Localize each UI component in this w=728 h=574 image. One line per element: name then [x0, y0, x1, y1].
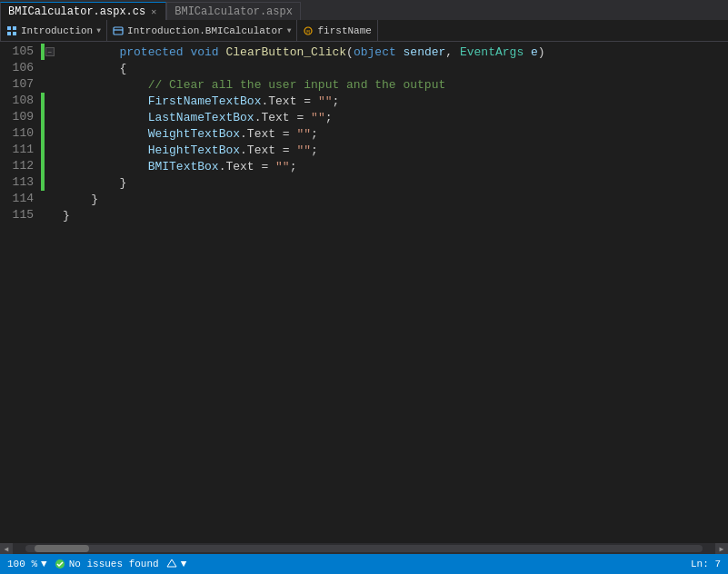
indent-token [63, 160, 148, 173]
indent-token [63, 45, 119, 59]
indent-token [63, 193, 91, 206]
tab-bmicalculator-cs[interactable]: BMICalculator.aspx.cs ✕ [0, 2, 166, 20]
kw-token: void [190, 45, 218, 59]
plain-token: .Text = [254, 111, 311, 124]
code-line: protected void ClearButton_Click(object … [63, 44, 728, 60]
tab-close-icon[interactable]: ✕ [149, 6, 158, 17]
gutter-line [41, 158, 59, 174]
breadcrumb-class-dropdown-icon: ▼ [287, 26, 292, 35]
svg-rect-2 [7, 32, 11, 35]
gutter-line [41, 93, 59, 109]
breadcrumb-bar: Introduction ▼ Introduction.BMICalculato… [0, 20, 728, 42]
param-token: WeightTextBox [148, 127, 240, 141]
line-number: 113 [0, 174, 34, 191]
plain-token: , [445, 45, 460, 59]
line-number: 109 [0, 109, 34, 125]
plain-token: ; [325, 111, 333, 124]
indent-token [63, 127, 148, 141]
svg-rect-0 [7, 26, 11, 30]
breadcrumb-class[interactable]: Introduction.BMICalculator ▼ [107, 20, 297, 42]
line-number: 106 [0, 60, 34, 76]
scrollbar-thumb[interactable] [35, 545, 89, 552]
change-indicator [41, 125, 45, 142]
change-indicator [41, 142, 45, 158]
zoom-control[interactable]: 100 % ▼ [7, 559, 47, 569]
code-content[interactable]: protected void ClearButton_Click(object … [59, 42, 728, 543]
plain-token [184, 45, 191, 59]
plain-token: .Text = [240, 127, 296, 141]
plain-token: } [91, 193, 98, 206]
plain-token: } [119, 176, 126, 190]
param-token: BMITextBox [148, 160, 219, 173]
line-number: 112 [0, 158, 34, 174]
code-line: // Clear all the user input and the outp… [63, 76, 728, 93]
svg-text:M: M [307, 29, 311, 35]
change-indicator [41, 93, 45, 109]
param-token: e [531, 45, 538, 59]
svg-rect-4 [114, 27, 123, 35]
param-token: FirstNameTextBox [148, 94, 262, 108]
status-right: Ln: 7 [691, 559, 721, 569]
indent-token [63, 144, 148, 157]
tab-bmicalculator-aspx[interactable]: BMICalculator.aspx [166, 2, 301, 20]
line-number: 107 [0, 76, 34, 93]
gutter-line: − [41, 44, 59, 60]
plain-token [524, 45, 531, 59]
code-line: WeightTextBox.Text = ""; [63, 125, 728, 142]
checkmark-icon [55, 559, 65, 569]
string-token: "" [275, 160, 290, 173]
plain-token: { [119, 62, 126, 75]
gutter: − [41, 42, 59, 543]
plain-token: ; [311, 127, 318, 141]
indent-token [63, 111, 148, 124]
scrollbar-track[interactable] [25, 545, 703, 552]
breadcrumb-method-label: firstName [317, 25, 371, 36]
string-token: "" [318, 94, 333, 108]
scroll-right-button[interactable]: ▶ [715, 543, 728, 554]
breadcrumb-class-label: Introduction.BMICalculator [127, 25, 284, 36]
line-info: Ln: 7 [691, 559, 721, 569]
plain-token [219, 45, 226, 59]
code-line: BMITextBox.Text = ""; [63, 158, 728, 174]
svg-marker-9 [167, 559, 176, 567]
zoom-value: 100 % [7, 559, 37, 569]
kw-token: protected [119, 45, 183, 59]
comment-token: // Clear all the user input and the outp… [148, 78, 446, 92]
collapse-button[interactable]: − [45, 47, 55, 56]
indent-token [63, 94, 148, 108]
change-indicator [41, 44, 45, 60]
line-number: 105 [0, 44, 34, 60]
build-tools[interactable]: ▼ [166, 559, 187, 569]
gutter-line [41, 207, 59, 223]
breadcrumb-introduction[interactable]: Introduction ▼ [0, 20, 107, 42]
line-info-label: Ln: 7 [691, 559, 721, 569]
zoom-dropdown-icon: ▼ [41, 559, 47, 569]
method-token: ClearButton_Click [225, 45, 346, 59]
plain-token: ( [346, 45, 354, 59]
gutter-line [41, 142, 59, 158]
scroll-left-button[interactable]: ◀ [0, 543, 13, 554]
change-indicator [41, 158, 45, 174]
issues-label: No issues found [69, 559, 159, 569]
gutter-line [41, 76, 59, 93]
plain-token: ) [538, 45, 545, 59]
breadcrumb-introduction-label: Introduction [21, 25, 93, 36]
indent-token [63, 62, 119, 75]
plain-token: .Text = [240, 144, 296, 157]
tab-label: BMICalculator.aspx.cs [8, 5, 145, 18]
indent-token [63, 176, 119, 190]
breadcrumb-method[interactable]: M firstName [297, 20, 377, 42]
status-bar: 100 % ▼ No issues found ▼ Ln: 7 [0, 554, 728, 574]
code-line: FirstNameTextBox.Text = ""; [63, 93, 728, 109]
line-number: 115 [0, 207, 34, 223]
method-icon: M [303, 25, 314, 36]
change-indicator [41, 174, 45, 191]
gutter-line [41, 60, 59, 76]
code-line: HeightTextBox.Text = ""; [63, 142, 728, 158]
status-left: 100 % ▼ No issues found ▼ [7, 559, 186, 569]
horizontal-scrollbar[interactable]: ◀ ▶ [0, 543, 728, 554]
gutter-line [41, 174, 59, 191]
plain-token: ; [332, 94, 339, 108]
indent-token [63, 78, 148, 92]
issues-status: No issues found [55, 559, 159, 569]
